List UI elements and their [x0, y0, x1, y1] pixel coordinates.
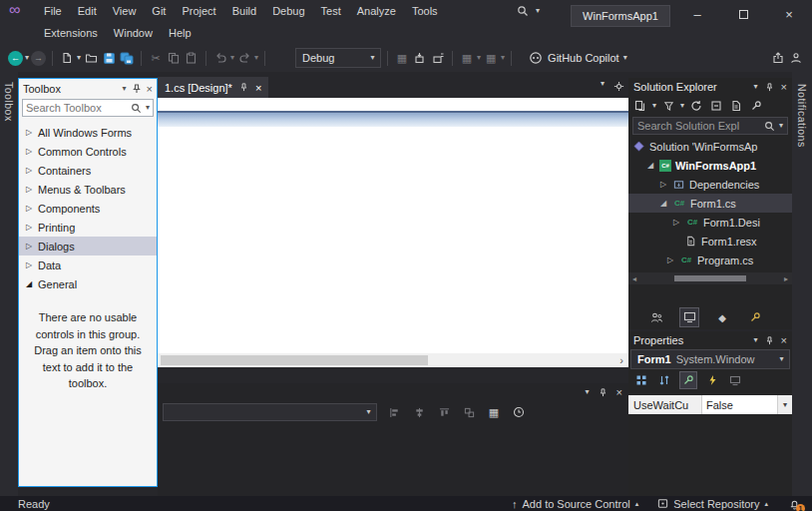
messages-icon[interactable]	[727, 372, 743, 388]
pin-icon[interactable]	[131, 83, 143, 95]
tab-order-clock-icon[interactable]	[511, 404, 527, 420]
scroll-left-icon[interactable]: ◂	[628, 274, 640, 283]
toolbox-group-dialogs[interactable]: ▷Dialogs	[19, 237, 157, 256]
solution-explorer-search-input[interactable]: Search Solution Expl ▾	[632, 117, 788, 135]
align-tops-icon[interactable]	[436, 404, 452, 420]
redo-chevron-icon[interactable]: ▾	[254, 54, 258, 62]
quick-search-button[interactable]: ▾	[515, 0, 540, 22]
close-button[interactable]: ×	[766, 0, 812, 28]
class-view-tab-icon[interactable]: ◆	[712, 307, 732, 327]
undo-button[interactable]	[212, 50, 228, 66]
active-files-chevron-icon[interactable]: ▾	[601, 80, 605, 92]
window-position-chevron-icon[interactable]: ▾	[754, 83, 758, 91]
collapsed-arrow-icon[interactable]: ▷	[658, 180, 668, 189]
toolbar-chevron-icon[interactable]: ▾	[501, 54, 505, 62]
filter-icon[interactable]	[660, 98, 676, 114]
expanded-arrow-icon[interactable]: ◢	[658, 199, 668, 208]
menu-project[interactable]: Project	[174, 0, 223, 22]
alphabetical-sort-icon[interactable]	[656, 372, 672, 388]
property-manager-tab-icon[interactable]	[745, 307, 765, 327]
search-options-chevron-icon[interactable]: ▾	[146, 104, 150, 112]
switch-views-icon[interactable]	[632, 98, 648, 114]
redo-button[interactable]	[236, 50, 252, 66]
sync-with-active-document-icon[interactable]	[688, 98, 704, 114]
tree-item-form1-resx[interactable]: Form1.resx	[628, 232, 792, 251]
designer-horizontal-scrollbar[interactable]	[158, 353, 614, 367]
pin-icon[interactable]	[764, 82, 775, 93]
back-history-chevron-icon[interactable]: ▾	[25, 54, 29, 62]
scroll-right-icon[interactable]: ▸	[780, 274, 792, 283]
toolbox-group-components[interactable]: ▷Components	[19, 199, 157, 218]
team-explorer-tab-icon[interactable]	[646, 307, 666, 327]
tree-item-form1-cs[interactable]: ◢ C# Form1.cs	[628, 194, 792, 213]
add-to-source-control-button[interactable]: ↑ Add to Source Control ▴	[512, 498, 638, 510]
close-icon[interactable]: ×	[781, 81, 787, 93]
toolbox-group-menus-toolbars[interactable]: ▷Menus & Toolbars	[19, 180, 157, 199]
menu-window[interactable]: Window	[106, 22, 161, 44]
minimize-button[interactable]: –	[674, 0, 720, 28]
menu-debug[interactable]: Debug	[264, 0, 312, 22]
menu-git[interactable]: Git	[144, 0, 174, 22]
scroll-right-button[interactable]: ›	[614, 353, 628, 367]
toolbox-group-printing[interactable]: ▷Printing	[19, 218, 157, 237]
bottom-pane-header[interactable]: ▾ ×	[158, 383, 628, 399]
properties-wrench-icon[interactable]	[748, 98, 764, 114]
solution-explorer-horizontal-scrollbar[interactable]: ◂ ▸	[628, 272, 792, 284]
expanded-arrow-icon[interactable]: ◢	[645, 161, 655, 170]
menu-extensions[interactable]: Extensions	[36, 22, 106, 44]
notifications-side-tab[interactable]: Notifications	[796, 84, 808, 148]
snap-to-grid-icon[interactable]: ▦	[486, 404, 502, 420]
make-same-size-icon[interactable]	[461, 404, 477, 420]
member-combo[interactable]: ▾	[163, 403, 377, 421]
toolbox-group-containers[interactable]: ▷Containers	[19, 161, 157, 180]
toolbox-group-data[interactable]: ▷Data	[19, 256, 157, 274]
share-icon[interactable]	[770, 50, 786, 66]
window-position-chevron-icon[interactable]: ▾	[123, 85, 127, 93]
comment-icon[interactable]: ▦	[483, 50, 499, 66]
solution-platforms-icon[interactable]: ▦	[394, 50, 410, 66]
close-icon[interactable]: ×	[147, 83, 153, 95]
close-tab-icon[interactable]: ×	[255, 82, 261, 94]
save-button[interactable]	[101, 50, 117, 66]
solution-explorer-header[interactable]: Solution Explorer ▾ ×	[628, 78, 792, 96]
search-options-chevron-icon[interactable]: ▾	[779, 122, 783, 130]
close-icon[interactable]: ×	[616, 386, 622, 398]
toolbox-group-all-windows-forms[interactable]: ▷All Windows Forms	[19, 123, 157, 142]
tree-item-program-cs[interactable]: ▷ C# Program.cs	[628, 251, 792, 269]
copy-button[interactable]	[166, 50, 182, 66]
object-selector-combo[interactable]: Form1System.Window ▾	[630, 349, 790, 369]
open-file-button[interactable]	[83, 50, 99, 66]
new-file-button[interactable]	[59, 50, 75, 66]
tree-item-solution[interactable]: Solution 'WinFormsAp	[628, 137, 792, 156]
toolbar-chevron-icon[interactable]: ▾	[477, 54, 481, 62]
options-gear-icon[interactable]	[612, 80, 624, 92]
categorized-icon[interactable]	[633, 372, 649, 388]
value-dropdown-button[interactable]: ▾	[777, 395, 792, 414]
pin-icon[interactable]	[764, 335, 775, 346]
switch-views-chevron-icon[interactable]: ▾	[652, 102, 656, 110]
menu-tools[interactable]: Tools	[404, 0, 446, 22]
filter-chevron-icon[interactable]: ▾	[680, 102, 684, 110]
menu-file[interactable]: File	[36, 0, 70, 22]
toolbox-search-input[interactable]: Search Toolbox ▾	[22, 99, 154, 117]
cut-button[interactable]: ✂	[148, 50, 164, 66]
window-position-chevron-icon[interactable]: ▾	[586, 388, 590, 396]
property-value[interactable]: False	[702, 395, 777, 414]
navigate-back-button[interactable]: ←	[8, 51, 23, 66]
maximize-button[interactable]	[720, 0, 766, 28]
show-all-files-icon[interactable]	[728, 98, 744, 114]
github-copilot-button[interactable]: GitHub Copilot ▾	[528, 50, 627, 66]
menu-help[interactable]: Help	[161, 22, 200, 44]
menu-test[interactable]: Test	[313, 0, 349, 22]
navigate-forward-button[interactable]: →	[31, 51, 46, 66]
properties-view-button[interactable]	[679, 371, 697, 389]
align-centers-icon[interactable]	[411, 404, 427, 420]
notifications-bell-button[interactable]: 1	[786, 497, 802, 511]
scrollbar-thumb[interactable]	[161, 355, 428, 365]
close-icon[interactable]: ×	[781, 334, 787, 346]
toolbox-side-tab[interactable]: Toolbox	[3, 82, 15, 122]
collapse-all-icon[interactable]	[708, 98, 724, 114]
save-all-button[interactable]	[119, 50, 135, 66]
tree-item-form1-designer-cs[interactable]: ▷ C# Form1.Desi	[628, 213, 792, 232]
collapsed-arrow-icon[interactable]: ▷	[671, 218, 681, 227]
